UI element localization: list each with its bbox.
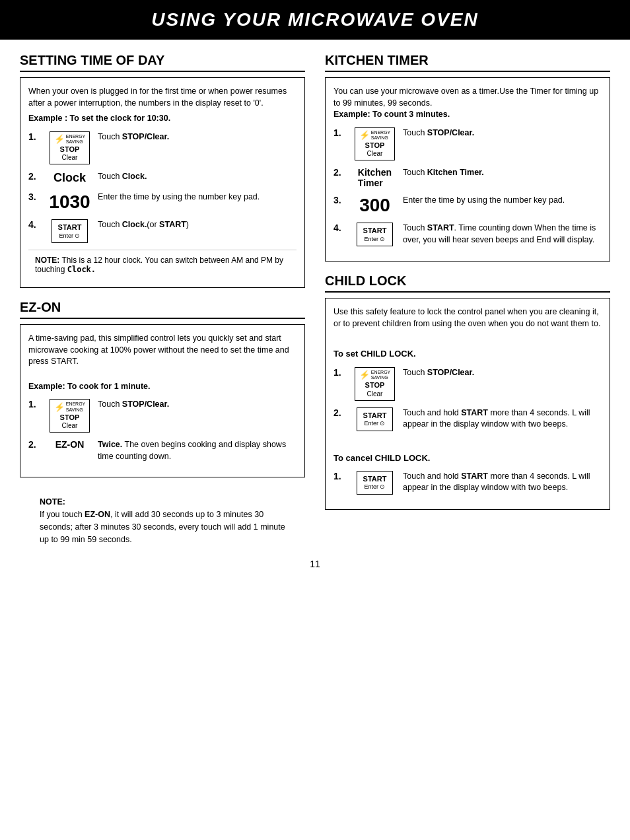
kt-step-1: 1. ⚡ ENERGYSAVING STOP Clear Touch STOP/… (333, 127, 602, 161)
ez-on-label: EZ-ON (55, 439, 85, 450)
cl-clear-text: Clear (367, 390, 383, 398)
setting-step-2: 2. Clock Touch Clock. (28, 171, 297, 185)
clock-icon: Clock (48, 171, 91, 185)
set-child-lock-title: To set CHILD LOCK. (333, 348, 602, 360)
cl-set-step-num-1: 1. (333, 367, 347, 378)
kt-step-num-1: 1. (333, 127, 347, 138)
cl-energy-saving-label: ⚡ ENERGYSAVING (359, 370, 391, 381)
kt-step-3-text: Enter the time by using the number key p… (403, 195, 602, 207)
stop-clear-icon-1: ⚡ ENERGYSAVING STOP Clear (48, 131, 91, 165)
ez-on-label-icon: EZ-ON (48, 439, 91, 450)
kt-time-display-icon: 300 (353, 195, 396, 216)
setting-time-title: SETTING TIME OF DAY (20, 53, 305, 72)
kt-stop-text: STOP (365, 141, 385, 150)
ez-step-1: 1. ⚡ ENERGYSAVING STOP Clear Touch STOP/… (28, 399, 297, 433)
stop-text: STOP (60, 145, 80, 154)
kt-clear-text: Clear (367, 150, 383, 158)
start-text-1: START (58, 223, 82, 232)
kt-step-num-2: 2. (333, 167, 347, 178)
cl-set-step-num-2: 2. (333, 407, 347, 418)
start-enter-icon-1: START Enter ⊙ (48, 219, 91, 243)
ez-step-2-text: Twice. The oven begins cooking and displ… (98, 439, 297, 462)
start-enter-button-1[interactable]: START Enter ⊙ (52, 219, 88, 243)
kt-stop-clear-button[interactable]: ⚡ ENERGYSAVING STOP Clear (355, 127, 396, 161)
cl-start-enter-button-1[interactable]: START Enter ⊙ (357, 407, 393, 431)
setting-time-intro: When your oven is plugged in for the fir… (28, 86, 297, 109)
enter-text-1: Enter ⊙ (59, 232, 80, 240)
kt-step-num-3: 3. (333, 195, 347, 205)
step-num-4: 4. (28, 219, 42, 230)
cl-stop-clear-button[interactable]: ⚡ ENERGYSAVING STOP Clear (355, 367, 396, 401)
kt-step-2-text: Touch Kitchen Timer. (403, 167, 602, 179)
ez-on-title: EZ-ON (20, 300, 305, 319)
kt-step-2: 2. KitchenTimer Touch Kitchen Timer. (333, 167, 602, 188)
setting-step-4: 4. START Enter ⊙ Touch Clock.(or START) (28, 219, 297, 243)
step-2-text: Touch Clock. (98, 171, 297, 183)
child-lock-intro: Use this safety feature to lock the cont… (333, 306, 602, 330)
cl-start-enter-icon-2: START Enter ⊙ (353, 471, 396, 495)
clear-text: Clear (62, 154, 78, 162)
kt-start-enter-icon: START Enter ⊙ (353, 223, 396, 246)
ez-step-num-1: 1. (28, 399, 42, 409)
kt-step-4: 4. START Enter ⊙ Touch START. Time count… (333, 223, 602, 246)
cl-start-text-1: START (363, 411, 387, 420)
kitchen-timer-box: You can use your microwave oven as a tim… (325, 77, 610, 262)
cl-energy-icon: ⚡ (359, 370, 370, 380)
child-lock-title: CHILD LOCK (325, 273, 610, 293)
ez-stop-text: STOP (60, 413, 80, 422)
ez-energy-saving-text: ENERGYSAVING (66, 402, 86, 413)
left-column: SETTING TIME OF DAY When your oven is pl… (20, 53, 305, 545)
stop-clear-button-1[interactable]: ⚡ ENERGYSAVING STOP Clear (50, 131, 90, 165)
right-column: KITCHEN TIMER You can use your microwave… (325, 53, 610, 545)
child-lock-box: Use this safety feature to lock the cont… (325, 298, 610, 509)
kt-step-1-text: Touch STOP/Clear. (403, 127, 602, 139)
kitchen-timer-intro: You can use your microwave oven as a tim… (333, 86, 602, 121)
ez-on-note: NOTE: If you touch EZ-ON, it will add 30… (20, 489, 305, 545)
setting-step-3: 3. 1030 Enter the time by using the numb… (28, 192, 297, 213)
kt-label-icon: KitchenTimer (353, 167, 396, 188)
ez-step-1-text: Touch STOP/Clear. (98, 399, 297, 411)
cl-cancel-step-1: 1. START Enter ⊙ Touch and hold START mo… (333, 471, 602, 495)
ez-step-2: 2. EZ-ON Twice. The oven begins cooking … (28, 439, 297, 462)
setting-time-example: Example : To set the clock for 10:30. (28, 113, 297, 125)
energy-saving-text: ENERGYSAVING (66, 134, 86, 145)
ez-stop-clear-icon: ⚡ ENERGYSAVING STOP Clear (48, 399, 91, 433)
step-num-1: 1. (28, 131, 42, 142)
step-num-2: 2. (28, 171, 42, 182)
cl-set-step-2-text: Touch and hold START more than 4 seconds… (403, 407, 602, 431)
kt-stop-clear-icon: ⚡ ENERGYSAVING STOP Clear (353, 127, 396, 161)
cl-cancel-step-1-text: Touch and hold START more than 4 seconds… (403, 471, 602, 494)
kt-time-display: 300 (359, 195, 390, 216)
step-4-text: Touch Clock.(or START) (98, 219, 297, 231)
cancel-child-lock-title: To cancel CHILD LOCK. (333, 452, 602, 464)
cl-set-step-1-text: Touch STOP/Clear. (403, 367, 602, 379)
cl-start-enter-icon-1: START Enter ⊙ (353, 407, 396, 431)
ez-on-box: A time-saving pad, this simplified contr… (20, 324, 305, 477)
kt-step-num-4: 4. (333, 223, 347, 233)
energy-saving-label: ⚡ ENERGYSAVING (54, 134, 86, 145)
kt-energy-icon: ⚡ (359, 130, 370, 141)
setting-time-box: When your oven is plugged in for the fir… (20, 77, 305, 288)
cl-set-step-1: 1. ⚡ ENERGYSAVING STOP Clear Touch STOP/… (333, 367, 602, 401)
cl-enter-text-1: Enter ⊙ (364, 420, 385, 428)
time-display-icon: 1030 (48, 192, 91, 213)
kt-energy-saving-text: ENERGYSAVING (371, 130, 391, 141)
ez-stop-clear-button[interactable]: ⚡ ENERGYSAVING STOP Clear (50, 399, 90, 433)
ez-on-note-text: If you touch EZ-ON, it will add 30 secon… (40, 510, 285, 544)
page-title: USING YOUR MICROWAVE OVEN (13, 9, 617, 30)
page-number: 11 (0, 559, 630, 582)
page-header: USING YOUR MICROWAVE OVEN (0, 0, 630, 40)
ez-on-intro: A time-saving pad, this simplified contr… (28, 333, 297, 368)
step-num-3: 3. (28, 192, 42, 202)
energy-icon: ⚡ (54, 134, 65, 145)
cl-enter-text-2: Enter ⊙ (364, 483, 385, 491)
step-1-text: Touch STOP/Clear. (98, 131, 297, 143)
cl-stop-text: STOP (365, 381, 385, 390)
kt-start-enter-button[interactable]: START Enter ⊙ (357, 223, 393, 246)
cl-cancel-step-num-1: 1. (333, 471, 347, 481)
kt-energy-saving-label: ⚡ ENERGYSAVING (359, 130, 391, 141)
ez-step-num-2: 2. (28, 439, 42, 450)
cl-start-text-2: START (363, 474, 387, 483)
cl-start-enter-button-2[interactable]: START Enter ⊙ (357, 471, 393, 495)
cl-set-step-2: 2. START Enter ⊙ Touch and hold START mo… (333, 407, 602, 431)
